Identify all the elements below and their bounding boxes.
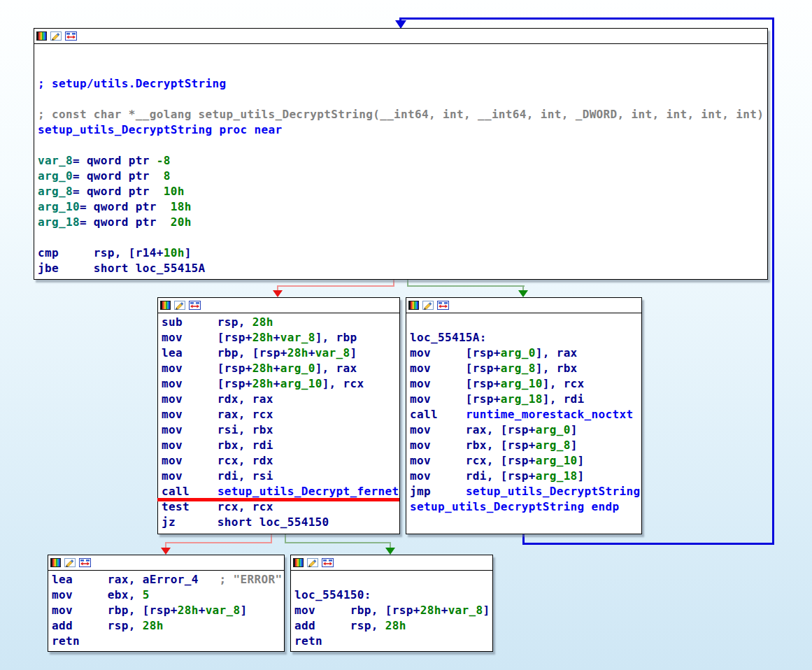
- code-token: +: [199, 604, 206, 617]
- code-line: mov [rsp+arg_0], rax: [410, 345, 641, 361]
- code-token: ], rdi: [543, 392, 585, 406]
- code-token: 28h: [143, 619, 164, 632]
- code-token: mov rbx, [rsp+: [410, 439, 536, 452]
- code-token: 28h: [287, 346, 308, 359]
- code-listing[interactable]: ; setup/utils.DecryptString; const char …: [34, 44, 767, 276]
- code-token: 28h: [252, 315, 273, 329]
- code-token: mov rdi, rsi: [162, 469, 273, 483]
- code-token: arg_18: [536, 469, 578, 483]
- code-token: 18h: [171, 200, 192, 213]
- code-token: setup_utils_DecryptString endp: [410, 500, 619, 513]
- code-line: [38, 45, 767, 61]
- code-line: mov rbp, [rsp+28h+var_8]: [294, 603, 492, 618]
- edge-segment: [399, 17, 774, 20]
- edge-arrowhead-icon: [385, 548, 395, 555]
- code-line: [38, 230, 767, 245]
- edit-comment-icon[interactable]: [307, 558, 318, 567]
- code-line: mov rax, rcx: [162, 407, 399, 422]
- node-color-icon[interactable]: [160, 301, 171, 310]
- code-token: mov [rsp+: [162, 377, 252, 390]
- code-token: +: [441, 604, 448, 617]
- code-line: add rsp, 28h: [52, 618, 284, 634]
- code-line: mov [rsp+28h+arg_10], rcx: [162, 376, 399, 392]
- code-token: = qword ptr: [80, 215, 171, 229]
- code-line: jbe short loc_55415A: [38, 261, 767, 276]
- code-token: retn: [294, 634, 322, 648]
- group-node-icon[interactable]: [79, 558, 90, 567]
- group-node-icon[interactable]: [65, 31, 76, 41]
- code-token: mov rbp, [rsp+: [294, 604, 420, 617]
- code-line: mov rax, [rsp+arg_0]: [410, 422, 641, 438]
- code-token: = qword ptr: [73, 169, 164, 183]
- node-color-icon[interactable]: [50, 558, 61, 567]
- code-listing[interactable]: lea rax, aError_4 ; "ERROR"mov ebx, 5mov…: [48, 571, 284, 649]
- code-token: var_8: [38, 154, 73, 167]
- code-line: arg_0= qword ptr 8: [38, 169, 767, 184]
- code-token: -8: [157, 154, 171, 167]
- code-listing[interactable]: loc_55415A:mov [rsp+arg_0], raxmov [rsp+…: [406, 313, 641, 515]
- code-line: lea rbp, [rsp+28h+var_8]: [162, 345, 399, 361]
- group-node-icon[interactable]: [189, 301, 200, 310]
- code-line: loc_554150:: [294, 587, 492, 603]
- code-line: mov [rsp+arg_10], rcx: [410, 376, 641, 392]
- code-token: ], rcx: [322, 377, 364, 390]
- code-line: jmp setup_utils_DecryptString: [410, 484, 641, 499]
- code-line: call runtime_morestack_noctxt: [410, 407, 641, 422]
- code-line: [38, 92, 767, 107]
- code-token: var_8: [448, 604, 483, 617]
- node-color-icon[interactable]: [408, 301, 419, 310]
- code-token: var_8: [315, 346, 350, 359]
- edit-comment-icon[interactable]: [422, 301, 434, 310]
- code-token: mov rax, [rsp+: [410, 423, 536, 436]
- group-node-icon[interactable]: [437, 301, 448, 310]
- code-token: jz short loc_554150: [162, 515, 329, 529]
- code-token: mov rcx, rdx: [162, 454, 273, 467]
- code-token: jmp: [410, 485, 466, 498]
- node-titlebar[interactable]: [291, 555, 492, 571]
- code-token: mov rax, rcx: [162, 408, 273, 421]
- code-line: mov [rsp+arg_8], rbx: [410, 361, 641, 376]
- basic-block-morestack[interactable]: loc_55415A:mov [rsp+arg_0], raxmov [rsp+…: [406, 297, 642, 534]
- node-titlebar[interactable]: [406, 298, 641, 313]
- code-line: setup_utils_DecryptString proc near: [38, 122, 767, 138]
- code-token: ]: [241, 604, 248, 617]
- code-token: test rcx, rcx: [162, 500, 273, 513]
- code-token: mov rdx, rax: [162, 392, 273, 406]
- code-token: +: [273, 362, 280, 375]
- node-color-icon[interactable]: [293, 558, 304, 567]
- node-titlebar[interactable]: [158, 298, 399, 313]
- code-line: arg_8= qword ptr 10h: [38, 184, 767, 199]
- code-line: mov ebx, 5: [52, 587, 284, 603]
- code-line: var_8= qword ptr -8: [38, 153, 767, 169]
- edge-segment: [277, 285, 394, 287]
- code-line: arg_18= qword ptr 20h: [38, 215, 767, 230]
- node-color-icon[interactable]: [36, 31, 47, 41]
- code-token: mov rbp, [rsp+: [52, 604, 178, 617]
- code-line: test rcx, rcx: [162, 499, 399, 515]
- basic-block-entry[interactable]: ; setup/utils.DecryptString; const char …: [34, 28, 768, 280]
- code-line: call setup_utils_Decrypt_fernet: [162, 484, 399, 499]
- code-token: mov rsi, rbx: [162, 423, 273, 436]
- basic-block-success-return[interactable]: loc_554150:mov rbp, [rsp+28h+var_8]add r…: [290, 555, 493, 652]
- basic-block-error-return[interactable]: lea rax, aError_4 ; "ERROR"mov ebx, 5mov…: [48, 555, 285, 652]
- code-token: ]: [578, 454, 585, 467]
- code-token: ]: [185, 246, 192, 259]
- code-token: ; "ERROR": [220, 573, 283, 586]
- code-line: cmp rsp, [r14+10h]: [38, 245, 767, 261]
- code-line: ; setup/utils.DecryptString: [38, 76, 767, 92]
- code-token: ], rbp: [315, 331, 357, 344]
- node-titlebar[interactable]: [34, 29, 767, 44]
- code-listing[interactable]: loc_554150:mov rbp, [rsp+28h+var_8]add r…: [291, 571, 492, 649]
- code-token: = qword ptr: [73, 154, 157, 167]
- code-token: loc_554150:: [294, 588, 371, 601]
- code-token: ], rax: [536, 346, 578, 359]
- code-line: mov rcx, rdx: [162, 453, 399, 469]
- edit-comment-icon[interactable]: [50, 31, 62, 41]
- code-token: mov rdi, [rsp+: [410, 469, 536, 483]
- edit-comment-icon[interactable]: [174, 301, 185, 310]
- edit-comment-icon[interactable]: [64, 558, 76, 567]
- code-token: jbe short loc_55415A: [38, 262, 206, 275]
- code-token: mov rbx, rdi: [162, 439, 273, 452]
- node-titlebar[interactable]: [48, 555, 284, 571]
- group-node-icon[interactable]: [322, 558, 333, 567]
